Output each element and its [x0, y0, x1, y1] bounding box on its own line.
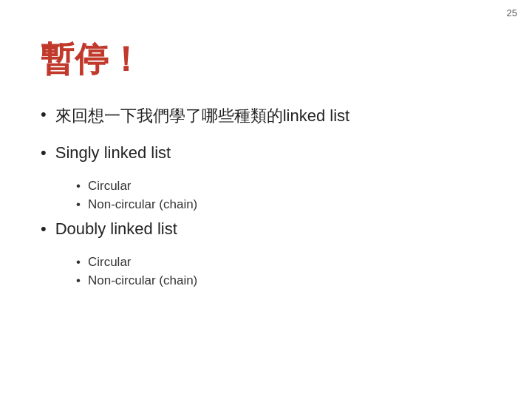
bullet-text-2: Singly linked list: [55, 143, 171, 163]
bullet-3: • Doubly linked list: [41, 219, 491, 239]
bullet-dot-2: •: [41, 143, 47, 163]
sub-bullet-2-2: • Non-circular (chain): [76, 197, 491, 212]
bullet-text-3: Doubly linked list: [55, 219, 177, 239]
sub-bullet-2-1: • Circular: [76, 179, 491, 194]
sub-text-2-1: Circular: [88, 179, 132, 194]
sub-dot-2-1: •: [76, 179, 81, 194]
sub-dot-2-2: •: [76, 197, 81, 212]
slide: 25 暫停！ • 來回想一下我們學了哪些種類的linked list • Sin…: [0, 0, 532, 399]
bullet-2: • Singly linked list: [41, 143, 491, 163]
bullet-dot-1: •: [41, 105, 47, 124]
sub-text-3-2: Non-circular (chain): [88, 273, 197, 288]
section-group-1: • 來回想一下我們學了哪些種類的linked list: [41, 105, 491, 127]
sub-bullets-2: • Circular • Non-circular (chain): [76, 179, 491, 212]
bullet-1: • 來回想一下我們學了哪些種類的linked list: [41, 105, 491, 127]
bullet-dot-3: •: [41, 219, 47, 239]
section-group-3: • Doubly linked list • Circular • Non-ci…: [41, 219, 491, 288]
sub-dot-3-1: •: [76, 255, 81, 270]
section-group-2: • Singly linked list • Circular • Non-ci…: [41, 143, 491, 212]
sub-bullet-3-2: • Non-circular (chain): [76, 273, 491, 288]
sub-text-3-1: Circular: [88, 255, 132, 270]
bullet-text-1: 來回想一下我們學了哪些種類的linked list: [55, 105, 349, 127]
slide-title: 暫停！: [41, 37, 491, 83]
slide-number: 25: [507, 7, 517, 18]
sub-bullet-3-1: • Circular: [76, 255, 491, 270]
sub-bullets-3: • Circular • Non-circular (chain): [76, 255, 491, 288]
sub-text-2-2: Non-circular (chain): [88, 197, 197, 212]
sub-dot-3-2: •: [76, 273, 81, 288]
